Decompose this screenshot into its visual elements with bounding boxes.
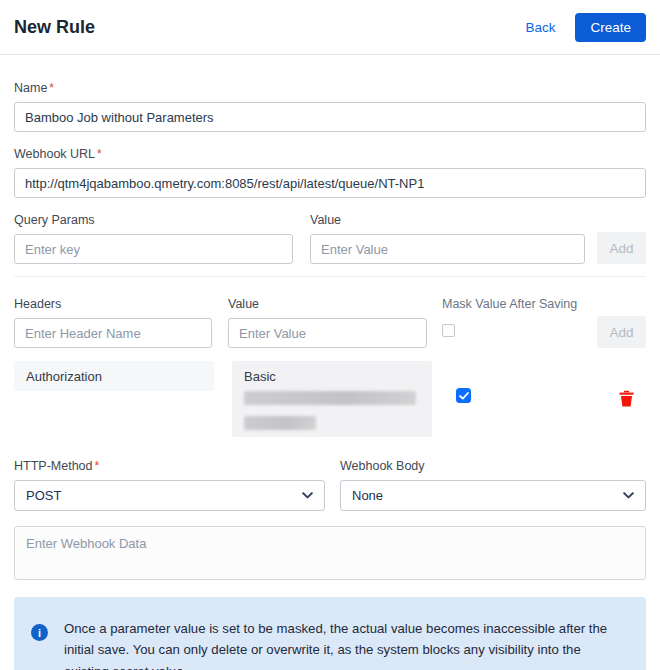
http-method-selected-value: POST [26, 488, 61, 503]
new-rule-form: Name* Webhook URL* Query Params Value Ad… [0, 55, 660, 670]
webhook-body-select[interactable]: None [340, 480, 646, 511]
query-params-label: Query Params [14, 213, 293, 227]
webhook-body-col: Webhook Body None [340, 459, 646, 511]
back-link[interactable]: Back [525, 20, 555, 35]
header-value-col: Value [228, 297, 427, 348]
name-label: Name* [14, 81, 646, 95]
query-value-input[interactable] [310, 234, 585, 264]
chevron-down-icon [623, 492, 634, 499]
webhook-url-group: Webhook URL* [14, 147, 646, 198]
saved-mask-checkbox[interactable] [456, 388, 471, 403]
webhook-url-label-text: Webhook URL [14, 147, 95, 161]
saved-header-value: Basic [232, 361, 432, 437]
mask-col: Mask Value After Saving [442, 297, 577, 340]
masked-secret-line-2 [244, 416, 316, 430]
method-row: HTTP-Method* POST Webhook Body None [14, 459, 646, 511]
saved-header-value-type: Basic [244, 369, 420, 384]
info-banner: i Once a parameter value is set to be ma… [14, 597, 646, 670]
query-value-col: Value [310, 213, 585, 264]
query-add-button[interactable]: Add [597, 232, 646, 264]
header-name-input[interactable] [14, 318, 212, 348]
webhook-body-selected-value: None [352, 488, 383, 503]
webhook-data-textarea[interactable] [14, 526, 646, 580]
trash-icon [619, 390, 634, 407]
http-method-col: HTTP-Method* POST [14, 459, 325, 511]
name-input[interactable] [14, 102, 646, 132]
section-divider [14, 276, 646, 277]
required-asterisk: * [95, 459, 100, 473]
http-method-select[interactable]: POST [14, 480, 325, 511]
http-method-label-text: HTTP-Method [14, 459, 93, 473]
create-button[interactable]: Create [575, 13, 646, 42]
required-asterisk: * [97, 147, 102, 161]
mask-value-label: Mask Value After Saving [442, 297, 577, 311]
query-key-col: Query Params [14, 213, 293, 264]
info-banner-text: Once a parameter value is set to be mask… [64, 618, 622, 670]
saved-header-name: Authorization [14, 361, 214, 391]
headers-row: Headers Value Mask Value After Saving Ad… [14, 297, 646, 348]
delete-header-button[interactable] [619, 390, 634, 410]
required-asterisk: * [49, 81, 54, 95]
query-key-input[interactable] [14, 234, 293, 264]
page-header: New Rule Back Create [0, 0, 660, 55]
http-method-label: HTTP-Method* [14, 459, 325, 473]
name-group: Name* [14, 81, 646, 132]
mask-value-checkbox[interactable] [442, 324, 455, 337]
saved-header-row: Authorization Basic [14, 361, 646, 437]
page-title: New Rule [14, 17, 525, 38]
query-value-label: Value [310, 213, 585, 227]
webhook-body-label: Webhook Body [340, 459, 646, 473]
webhook-url-input[interactable] [14, 168, 646, 198]
name-label-text: Name [14, 81, 47, 95]
header-add-button[interactable]: Add [597, 316, 646, 348]
masked-secret-line-1 [244, 391, 416, 405]
header-value-label: Value [228, 297, 427, 311]
header-value-input[interactable] [228, 318, 427, 348]
chevron-down-icon [302, 492, 313, 499]
check-icon [459, 392, 469, 400]
info-icon: i [31, 624, 48, 641]
header-name-col: Headers [14, 297, 212, 348]
headers-label: Headers [14, 297, 212, 311]
query-params-row: Query Params Value Add [14, 213, 646, 264]
webhook-url-label: Webhook URL* [14, 147, 646, 161]
